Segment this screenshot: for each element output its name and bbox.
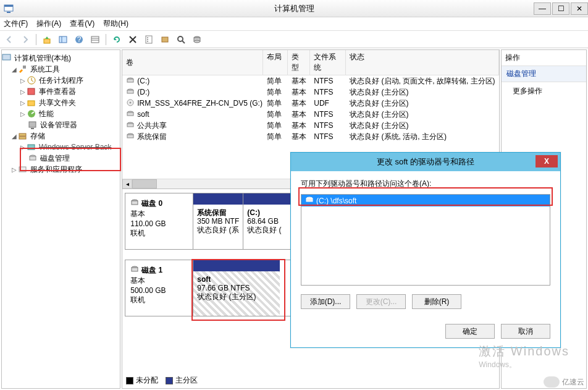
volume-row[interactable]: (C:)简单基本NTFS状态良好 (启动, 页面文件, 故障转储, 主分区) <box>122 75 498 87</box>
expand-icon[interactable]: ▷ <box>19 144 27 151</box>
actions-more-link[interactable]: 更多操作 <box>502 82 586 100</box>
svg-rect-29 <box>19 134 26 136</box>
volume-row[interactable]: 公共共享简单基本NTFS状态良好 (主分区) <box>122 120 498 131</box>
drive-icon <box>126 77 135 86</box>
tool-view-button[interactable] <box>88 33 102 46</box>
window-close-button[interactable]: ✕ <box>571 2 588 15</box>
expand-icon[interactable]: ▷ <box>10 166 18 173</box>
dialog-add-button[interactable]: 添加(D)... <box>301 294 350 309</box>
dialog-change-button: 更改(C)... <box>356 294 406 309</box>
svg-rect-15 <box>162 37 168 42</box>
clock-icon <box>27 75 36 85</box>
tree-device-manager[interactable]: 设备管理器 <box>2 119 120 130</box>
col-type-header[interactable]: 类型 <box>288 50 310 75</box>
menu-action[interactable]: 操作(A) <box>36 19 61 29</box>
tree-performance[interactable]: ▷ 性能 <box>2 108 120 119</box>
scroll-thumb[interactable] <box>132 179 157 189</box>
partition-name: soft <box>197 275 276 284</box>
volume-layout: 简单 <box>263 131 288 143</box>
disk-info: 磁盘 0基本110.00 GB联机 <box>125 193 193 249</box>
tree-root[interactable]: 计算机管理(本地) <box>2 53 120 64</box>
disk-state: 联机 <box>130 228 188 239</box>
menu-help[interactable]: 帮助(H) <box>103 19 128 29</box>
window-maximize-button[interactable]: ☐ <box>552 2 569 15</box>
volume-fs: NTFS <box>310 109 346 119</box>
partition-size: 68.64 GB <box>247 217 288 226</box>
tree-system-tools[interactable]: ◢ 系统工具 <box>2 64 120 75</box>
drive-icon <box>305 196 314 205</box>
nav-forward-button[interactable] <box>19 33 32 46</box>
windows-activation-watermark: 激活 Windows Windows。 <box>479 343 569 370</box>
col-volume-header[interactable]: 卷 <box>122 50 263 75</box>
svg-point-13 <box>147 39 148 40</box>
volume-name: 系统保留 <box>137 132 167 142</box>
menu-file[interactable]: 文件(F) <box>4 19 28 29</box>
tree-shared-folders[interactable]: ▷ 共享文件夹 <box>2 97 120 108</box>
volume-layout: 简单 <box>263 87 288 98</box>
svg-rect-2 <box>7 12 10 13</box>
dialog-cancel-button[interactable]: 取消 <box>501 324 550 339</box>
tool-refresh-button[interactable] <box>110 33 124 46</box>
tool-properties-button[interactable] <box>142 33 156 46</box>
disk-icon <box>130 265 139 276</box>
dialog-paths-listbox[interactable]: (C:) \dfs\soft <box>301 194 550 286</box>
col-layout-header[interactable]: 布局 <box>263 50 288 75</box>
volume-status: 状态良好 (主分区) <box>346 98 498 109</box>
dialog-titlebar[interactable]: 更改 soft 的驱动器号和路径 X <box>291 153 560 171</box>
nav-back-button[interactable] <box>2 33 16 46</box>
menu-view[interactable]: 查看(V) <box>70 19 94 29</box>
tool-panes-button[interactable] <box>56 33 70 46</box>
tool-settings-button[interactable] <box>158 33 172 46</box>
volume-row[interactable]: soft简单基本NTFS状态良好 (主分区) <box>122 109 498 120</box>
collapse-icon[interactable]: ◢ <box>10 66 18 73</box>
col-fs-header[interactable]: 文件系统 <box>310 50 346 75</box>
tool-delete-button[interactable] <box>126 33 140 46</box>
scroll-left-button[interactable]: ◂ <box>122 179 132 189</box>
dialog-path-item[interactable]: (C:) \dfs\soft <box>301 195 550 206</box>
disk-icon <box>130 198 139 209</box>
volume-fs: UDF <box>310 98 346 108</box>
volume-name: IRM_SSS_X64FRE_ZH-CN_DV5 (G:) <box>137 99 262 108</box>
tool-find-button[interactable] <box>174 33 188 46</box>
tool-disk-button[interactable] <box>190 33 204 46</box>
expand-icon[interactable]: ▷ <box>19 100 27 106</box>
svg-rect-46 <box>127 135 133 138</box>
drive-icon <box>126 121 135 130</box>
tree-event-viewer[interactable]: ▷ 事件查看器 <box>2 86 120 97</box>
volume-row[interactable]: IRM_SSS_X64FRE_ZH-CN_DV5 (G:)简单基本UDF状态良好… <box>122 98 498 109</box>
dialog-close-button[interactable]: X <box>536 155 558 167</box>
tool-help-button[interactable]: ? <box>72 33 86 46</box>
change-drive-letter-dialog: 更改 soft 的驱动器号和路径 X 可用下列驱动器号和路径访问这个卷(A): … <box>290 152 561 348</box>
tree-windows-server-backup[interactable]: ▷ Windows Server Back <box>2 142 120 153</box>
menu-bar: 文件(F) 操作(A) 查看(V) 帮助(H) <box>0 17 588 31</box>
expand-icon[interactable]: ▷ <box>19 111 27 117</box>
toolbar: ? <box>0 31 588 48</box>
disk-partition[interactable]: 系统保留350 MB NTF状态良好 (系 <box>193 193 243 249</box>
dialog-ok-button[interactable]: 确定 <box>445 324 495 339</box>
tree-disk-management[interactable]: 磁盘管理 <box>2 153 120 164</box>
expand-icon[interactable]: ▷ <box>19 88 27 95</box>
tree-services-apps[interactable]: ▷ 服务和应用程序 <box>2 164 120 175</box>
col-status-header[interactable]: 状态 <box>346 50 498 75</box>
volume-fs: NTFS <box>310 76 346 86</box>
dialog-remove-button[interactable]: 删除(R) <box>412 294 461 309</box>
expand-icon[interactable]: ▷ <box>19 77 27 84</box>
volume-status: 状态良好 (主分区) <box>346 87 498 98</box>
svg-rect-33 <box>30 156 36 160</box>
collapse-icon[interactable]: ◢ <box>10 133 18 140</box>
tool-up-button[interactable] <box>40 33 54 46</box>
dialog-prompt: 可用下列驱动器号和路径访问这个卷(A): <box>301 179 550 189</box>
volume-row[interactable]: 系统保留简单基本NTFS状态良好 (系统, 活动, 主分区) <box>122 131 498 142</box>
dialog-title: 更改 soft 的驱动器号和路径 <box>377 156 474 167</box>
volume-status: 状态良好 (启动, 页面文件, 故障转储, 主分区) <box>346 75 498 87</box>
tree-storage[interactable]: ◢ 存储 <box>2 130 120 142</box>
device-icon <box>28 120 38 130</box>
tree-task-scheduler[interactable]: ▷ 任务计划程序 <box>2 75 120 86</box>
svg-rect-50 <box>132 268 138 271</box>
disk-partition[interactable]: (C:)68.64 GB状态良好 ( <box>243 193 292 249</box>
volume-layout: 简单 <box>263 75 288 87</box>
volume-row[interactable]: (D:)简单基本NTFS状态良好 (主分区) <box>122 87 498 98</box>
storage-icon <box>18 131 28 141</box>
disk-partition[interactable]: soft97.66 GB NTFS状态良好 (主分区) <box>193 260 280 316</box>
window-minimize-button[interactable]: — <box>534 2 551 15</box>
